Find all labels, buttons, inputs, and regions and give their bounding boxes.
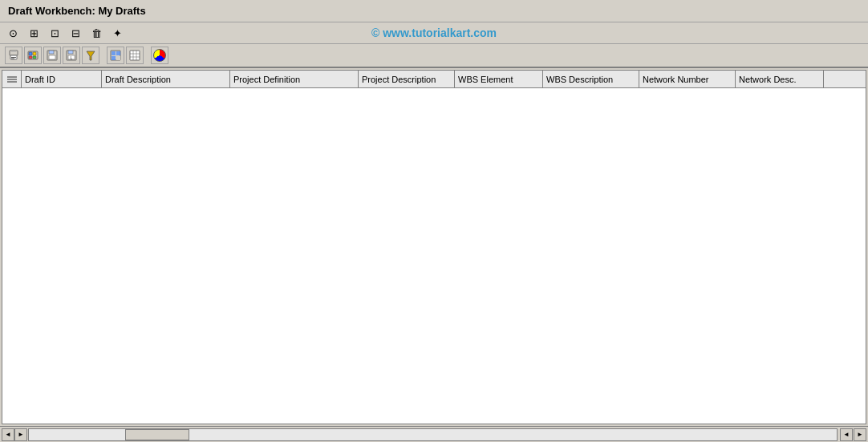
svg-rect-14 <box>68 51 73 54</box>
bottom-scrollbar: ◄ ► ◄ ► <box>0 426 868 442</box>
toolbar: L <box>0 44 868 68</box>
horizontal-scroll-thumb[interactable] <box>125 429 189 440</box>
svg-rect-20 <box>116 51 120 55</box>
horizontal-scroll-track[interactable] <box>28 428 838 441</box>
table-body[interactable] <box>2 88 866 424</box>
content-area: Draft ID Draft Description Project Defin… <box>2 70 866 424</box>
chart-button[interactable] <box>151 47 168 64</box>
print-button[interactable] <box>5 47 22 64</box>
back-icon[interactable]: ⊙ <box>5 25 21 41</box>
menu-bar: ⊙ ⊞ ⊡ ⊟ 🗑 ✦ © www.tutorialkart.com <box>0 22 868 44</box>
watermark: © www.tutorialkart.com <box>371 26 497 39</box>
main-window: Draft Workbench: My Drafts ⊙ ⊞ ⊡ ⊟ 🗑 ✦ ©… <box>0 0 868 442</box>
menu4-icon[interactable]: ✦ <box>109 25 125 41</box>
svg-rect-28 <box>7 76 17 78</box>
scroll-end-left-button[interactable]: ◄ <box>840 428 853 441</box>
svg-rect-7 <box>33 52 36 55</box>
svg-rect-8 <box>29 56 32 59</box>
svg-rect-29 <box>7 79 17 80</box>
svg-marker-17 <box>87 51 95 60</box>
right-scroll-buttons: ◄ ► <box>840 428 866 441</box>
scroll-end-right-button[interactable]: ► <box>854 428 866 441</box>
svg-rect-19 <box>112 51 116 55</box>
col-header-draft-description: Draft Description <box>102 71 230 87</box>
col-header-icon <box>2 71 22 87</box>
window-title: Draft Workbench: My Drafts <box>8 5 146 17</box>
col-header-project-description: Project Description <box>359 71 455 87</box>
menu2-icon[interactable]: ⊡ <box>47 25 63 41</box>
svg-rect-12 <box>49 55 55 59</box>
menu3-icon[interactable]: ⊟ <box>67 25 83 41</box>
svg-rect-30 <box>7 81 17 83</box>
svg-rect-22 <box>116 56 120 60</box>
svg-rect-11 <box>49 51 54 54</box>
col-header-project-definition: Project Definition <box>230 71 359 87</box>
grid-button[interactable] <box>126 47 144 64</box>
menu1-icon[interactable]: ⊞ <box>26 25 42 41</box>
delete-icon[interactable]: 🗑 <box>88 25 104 41</box>
svg-rect-2 <box>11 57 16 58</box>
scroll-left-button[interactable]: ◄ <box>2 428 14 441</box>
svg-rect-6 <box>29 52 32 55</box>
filter-button[interactable] <box>24 47 42 64</box>
col-header-wbs-element: WBS Element <box>455 71 543 87</box>
menu-icons: ⊙ ⊞ ⊡ ⊟ 🗑 ✦ <box>5 25 125 41</box>
svg-rect-9 <box>33 56 36 59</box>
table-header: Draft ID Draft Description Project Defin… <box>2 71 866 88</box>
svg-rect-23 <box>130 51 140 60</box>
layout-button[interactable] <box>107 47 124 64</box>
svg-text:L: L <box>71 55 73 60</box>
local-save-button[interactable]: L <box>63 47 80 64</box>
save-button[interactable] <box>43 47 61 64</box>
scroll-right-button-left[interactable]: ► <box>14 428 27 441</box>
svg-rect-3 <box>11 59 14 59</box>
pie-chart-icon <box>153 49 166 62</box>
col-header-network-number: Network Number <box>639 71 736 87</box>
funnel-button[interactable] <box>82 47 99 64</box>
col-header-draft-id: Draft ID <box>22 71 102 87</box>
title-bar: Draft Workbench: My Drafts <box>0 0 868 22</box>
col-header-wbs-description: WBS Description <box>543 71 639 87</box>
svg-rect-4 <box>11 51 16 52</box>
col-header-network-desc: Network Desc. <box>736 71 824 87</box>
svg-rect-21 <box>112 56 116 60</box>
